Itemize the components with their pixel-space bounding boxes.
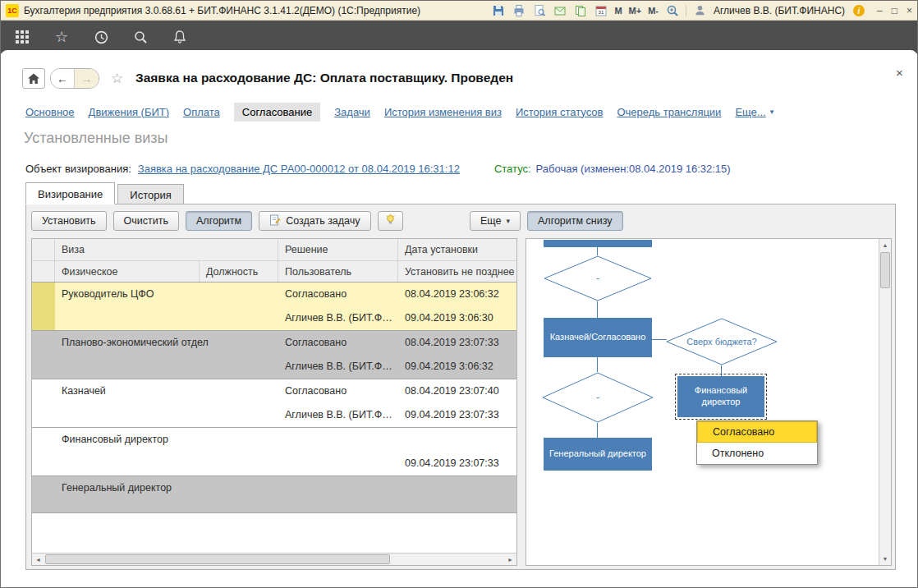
row-marker bbox=[32, 283, 55, 330]
search-icon[interactable] bbox=[132, 29, 149, 45]
close-window-button[interactable]: × bbox=[907, 5, 912, 16]
create-task-button[interactable]: Создать задачу bbox=[259, 211, 370, 231]
algorithm-bottom-button[interactable]: Алгоритм снизу bbox=[527, 211, 623, 231]
header-decision[interactable]: Решение bbox=[278, 239, 398, 260]
header-marker-col bbox=[32, 261, 55, 282]
object-link[interactable]: Заявка на расходование ДС РА00-000012 от… bbox=[138, 163, 460, 175]
favorites-star-icon[interactable]: ☆ bbox=[53, 29, 70, 45]
table-row-general-director[interactable]: Генеральный директор bbox=[32, 476, 516, 513]
nav-more[interactable]: Еще... ▾ bbox=[735, 106, 773, 118]
set-visa-button[interactable]: Установить bbox=[31, 211, 107, 231]
scroll-up-icon[interactable]: ▲ bbox=[879, 239, 891, 251]
header-deadline[interactable]: Установить не позднее bbox=[398, 261, 517, 282]
object-row: Объект визирования: Заявка на расходован… bbox=[25, 163, 731, 175]
flow-diamond-top[interactable]: - bbox=[544, 255, 652, 301]
table-row-cfo-head[interactable]: Руководитель ЦФО Согласовано 08.04.2019 … bbox=[32, 283, 516, 331]
add-to-favorites-star-icon[interactable]: ☆ bbox=[111, 70, 123, 87]
flow-diamond-mid[interactable]: - bbox=[542, 372, 654, 423]
nav-tasks[interactable]: Задачи bbox=[334, 106, 370, 118]
flow-node-financial-director-selected[interactable]: Финансовый директор bbox=[677, 376, 764, 417]
info-icon[interactable]: i bbox=[851, 3, 865, 17]
visa-date-set: 08.04.2019 23:07:40 bbox=[398, 379, 517, 403]
vertical-scrollbar[interactable]: ▲ ▼ bbox=[879, 239, 891, 565]
memory-m-button[interactable]: M bbox=[614, 6, 622, 16]
status-value: Рабочая (изменен:08.04.2019 16:32:15) bbox=[536, 163, 731, 175]
flow-diamond-over-budget-label: Сверх бюджета? bbox=[686, 337, 756, 347]
nav-payment[interactable]: Оплата bbox=[183, 106, 220, 118]
row-marker bbox=[32, 331, 55, 379]
notifications-bell-icon[interactable] bbox=[172, 29, 188, 45]
table-body: Руководитель ЦФО Согласовано 08.04.2019 … bbox=[32, 283, 516, 513]
memory-m-plus-button[interactable]: M+ bbox=[629, 6, 642, 16]
history-icon[interactable] bbox=[93, 29, 109, 45]
nav-visa-change-history[interactable]: История изменения виз bbox=[384, 106, 502, 118]
history-nav-group: ← → bbox=[50, 68, 99, 89]
tab-visas[interactable]: Визирование bbox=[25, 182, 115, 204]
save-icon[interactable] bbox=[491, 3, 505, 17]
app-window: 1С Бухгалтерия предприятия 3.0.68.61 + Б… bbox=[0, 0, 918, 588]
memory-m-minus-button[interactable]: M- bbox=[648, 6, 659, 16]
header-visa[interactable]: Виза bbox=[55, 239, 278, 260]
visa-deadline: 09.04.2019 23:07:33 bbox=[398, 452, 517, 475]
minimize-button[interactable]: – bbox=[877, 5, 883, 16]
flow-node-previous-partial[interactable] bbox=[544, 240, 652, 247]
send-mail-icon[interactable] bbox=[553, 3, 567, 17]
algorithm-button[interactable]: Алгоритм bbox=[186, 211, 252, 231]
visa-date-set bbox=[398, 428, 517, 452]
visa-decision: Согласовано bbox=[278, 379, 398, 403]
tab-history[interactable]: История bbox=[117, 184, 183, 204]
scroll-left-icon[interactable]: ◄ bbox=[32, 554, 44, 565]
table-row-financial-director[interactable]: Финансовый директор 09.04.2019 23:07:33 bbox=[32, 428, 516, 476]
nav-main[interactable]: Основное bbox=[25, 106, 75, 118]
table-row-treasurer[interactable]: Казначей Согласовано 08.04.2019 23:07:40… bbox=[32, 379, 516, 428]
header-person[interactable]: Физическое bbox=[55, 261, 200, 282]
maximize-button[interactable]: □ bbox=[892, 5, 897, 16]
visa-decision: Согласовано bbox=[278, 283, 398, 306]
calendar-icon[interactable]: 31 bbox=[594, 3, 608, 17]
home-button[interactable] bbox=[22, 68, 45, 89]
visa-deadline: 09.04.2019 3:06:32 bbox=[398, 355, 517, 379]
window-controls: – □ × bbox=[877, 5, 912, 16]
visa-tabs: Визирование История bbox=[25, 182, 186, 204]
visa-user: Агличев В.В. (БИТ.Ф… bbox=[278, 403, 398, 427]
scrollbar-thumb[interactable] bbox=[880, 252, 890, 288]
visa-panel: Установить Очистить Алгоритм Создать зад… bbox=[25, 204, 896, 570]
form-navigation: Основное Движения (БИТ) Оплата Согласова… bbox=[25, 102, 773, 122]
nav-movements-bit[interactable]: Движения (БИТ) bbox=[89, 106, 169, 118]
hint-bulb-button[interactable] bbox=[378, 211, 403, 231]
flow-node-general-director[interactable]: Генеральный директор bbox=[544, 438, 652, 471]
menu-item-approved[interactable]: Согласовано bbox=[697, 421, 817, 443]
nav-approval-active[interactable]: Согласование bbox=[234, 103, 320, 122]
scroll-down-icon[interactable]: ▼ bbox=[879, 553, 891, 565]
status-label: Статус: bbox=[494, 163, 531, 175]
print-preview-icon[interactable] bbox=[532, 3, 546, 17]
header-date-set[interactable]: Дата установки bbox=[398, 239, 517, 260]
chevron-down-icon: ▾ bbox=[506, 217, 510, 225]
forward-button[interactable]: → bbox=[75, 69, 99, 88]
back-button[interactable]: ← bbox=[51, 69, 75, 88]
zoom-icon[interactable] bbox=[665, 3, 679, 17]
task-document-icon bbox=[269, 214, 281, 228]
menu-item-rejected[interactable]: Отклонено bbox=[697, 443, 817, 464]
function-bar: ☆ bbox=[1, 21, 917, 53]
clear-visa-button[interactable]: Очистить bbox=[113, 211, 179, 231]
horizontal-scrollbar[interactable]: ◄ ► bbox=[32, 553, 516, 565]
nav-status-history[interactable]: История статусов bbox=[516, 106, 604, 118]
header-position[interactable]: Должность bbox=[200, 261, 278, 282]
calendar-day-label: 31 bbox=[598, 9, 604, 15]
current-user[interactable]: Агличев В.В. (БИТ.ФИНАНС) bbox=[714, 5, 845, 16]
header-user[interactable]: Пользователь bbox=[278, 261, 398, 282]
table-row-planning-dept[interactable]: Планово-экономический отдел Согласовано … bbox=[32, 331, 516, 379]
flow-node-treasurer-approved[interactable]: Казначей/Согласовано bbox=[544, 318, 652, 357]
bulb-icon bbox=[384, 214, 397, 228]
flowchart-pane: - Казначей/Согласовано Сверх бюджета? - … bbox=[526, 238, 892, 566]
close-form-icon[interactable]: × bbox=[896, 66, 903, 80]
all-functions-grid-icon[interactable] bbox=[14, 29, 30, 45]
scrollbar-thumb[interactable] bbox=[45, 554, 390, 564]
nav-broadcast-queue[interactable]: Очередь трансляции bbox=[617, 106, 721, 118]
documents-icon[interactable] bbox=[573, 3, 587, 17]
more-actions-button[interactable]: Еще ▾ bbox=[470, 211, 521, 231]
scroll-right-icon[interactable]: ► bbox=[504, 554, 516, 565]
flow-diamond-over-budget[interactable]: Сверх бюджета? bbox=[666, 318, 778, 365]
print-icon[interactable] bbox=[512, 3, 526, 17]
